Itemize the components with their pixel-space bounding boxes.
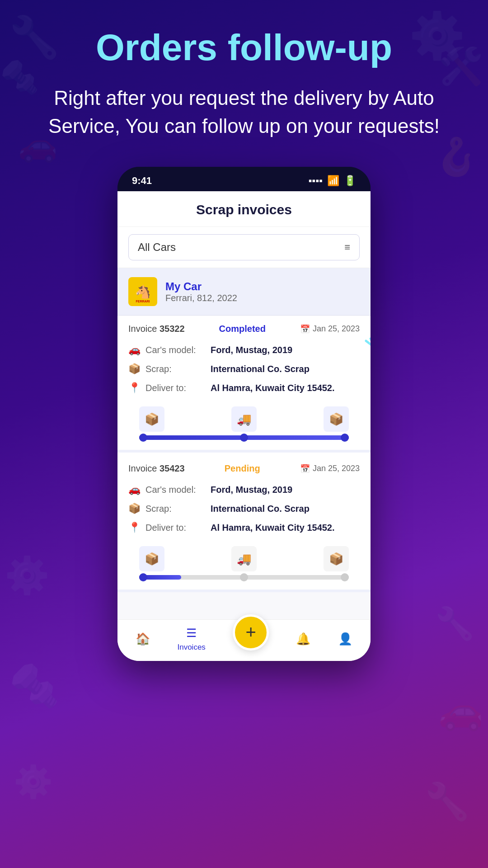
- invoice-deliver-1: Al Hamra, Kuwait City 15452.: [211, 383, 335, 393]
- invoice-deliver-2: Al Hamra, Kuwait City 15452.: [211, 523, 335, 533]
- invoice-car-model-2: Ford, Mustag, 2019: [211, 485, 292, 495]
- progress-bar-1: [139, 435, 349, 440]
- scrap-icon-1: 📦: [128, 363, 139, 375]
- nav-invoices-label: Invoices: [177, 643, 205, 652]
- car-logo: 🐴 FERRARI: [128, 277, 157, 306]
- page-subtitle: Right after you request the delivery by …: [0, 84, 488, 140]
- dot-2-end: [341, 573, 349, 581]
- invoice-status-1: Completed: [219, 324, 266, 334]
- invoice-card-1: Invoice 35322 Completed 📅 Jan 25, 2023 🚗…: [117, 316, 371, 453]
- page-content: Orders follow-up Right after you request…: [0, 0, 488, 661]
- add-icon: +: [245, 622, 256, 642]
- invoice-number-2: Invoice 35423: [128, 463, 185, 474]
- progress-box-icon-1: 📦: [139, 406, 164, 432]
- status-time: 9:41: [132, 175, 152, 187]
- progress-truck-icon-1: 🚚: [231, 406, 257, 432]
- progress-tracker-2: 📦 🚚 📦: [128, 537, 360, 590]
- invoice-row-deliver-1: 📍 Deliver to: Al Hamra, Kuwait City 1545…: [128, 378, 360, 397]
- nav-profile[interactable]: 👤: [338, 632, 352, 646]
- filter-label: All Cars: [138, 241, 176, 254]
- filter-bar: All Cars ≡: [117, 227, 371, 268]
- progress-icons-1: 📦 🚚 📦: [139, 406, 349, 432]
- home-icon: 🏠: [136, 632, 150, 646]
- invoice-row-deliver-2: 📍 Deliver to: Al Hamra, Kuwait City 1545…: [128, 518, 360, 537]
- nav-add-button[interactable]: +: [233, 614, 269, 651]
- invoice-scrap-2: International Co. Scrap: [211, 504, 310, 514]
- page-title: Orders follow-up: [69, 27, 419, 68]
- arrow-svg: [348, 266, 371, 357]
- app-header-title: Scrap invoices: [196, 202, 292, 217]
- app-header: Scrap invoices: [117, 191, 371, 227]
- location-icon-2: 📍: [128, 522, 139, 533]
- invoice-number-1: Invoice 35322: [128, 324, 185, 334]
- ferrari-logo-svg: 🐴 FERRARI: [132, 279, 154, 304]
- invoice-card-2: Invoice 35423 Pending 📅 Jan 25, 2023 🚗 C…: [117, 455, 371, 592]
- invoice-date-2: 📅 Jan 25, 2023: [300, 464, 360, 474]
- profile-icon: 👤: [338, 632, 352, 646]
- car-model: Ferrari, 812, 2022: [165, 293, 237, 303]
- car-section: 🐴 FERRARI My Car Ferrari, 812, 2022: [117, 268, 371, 316]
- invoice-row-scrap-1: 📦 Scrap: International Co. Scrap: [128, 359, 360, 378]
- battery-icon: 🔋: [344, 175, 356, 187]
- phone-screen: Scrap invoices All Cars ≡ 🐴 FERRARI: [117, 191, 371, 661]
- invoice-scrap-1: International Co. Scrap: [211, 364, 310, 374]
- progress-truck-icon-2: 🚚: [231, 546, 257, 571]
- status-bar: 9:41 ▪▪▪▪ 📶 🔋: [117, 167, 371, 191]
- invoice-header-1: Invoice 35322 Completed 📅 Jan 25, 2023: [128, 324, 360, 334]
- filter-icon: ≡: [344, 241, 350, 253]
- scrap-icon-2: 📦: [128, 503, 139, 514]
- progress-delivery-icon-1: 📦: [324, 406, 349, 432]
- dot-1-end: [341, 434, 349, 442]
- invoices-icon: ☰: [186, 626, 197, 640]
- location-icon-1: 📍: [128, 382, 139, 394]
- car-info: My Car Ferrari, 812, 2022: [165, 280, 237, 303]
- signal-icon: ▪▪▪▪: [309, 175, 323, 187]
- dot-1-mid: [240, 434, 248, 442]
- nav-invoices[interactable]: ☰ Invoices: [177, 626, 205, 652]
- status-icons: ▪▪▪▪ 📶 🔋: [309, 175, 356, 187]
- car-icon-1: 🚗: [128, 344, 139, 356]
- progress-tracker-1: 📦 🚚 📦: [128, 397, 360, 450]
- phone-mockup: 9:41 ▪▪▪▪ 📶 🔋 Scrap invoices All Cars ≡: [117, 167, 371, 661]
- invoice-row-scrap-2: 📦 Scrap: International Co. Scrap: [128, 499, 360, 518]
- bell-icon: 🔔: [296, 632, 310, 646]
- progress-delivery-icon-2: 📦: [324, 546, 349, 571]
- nav-home[interactable]: 🏠: [136, 632, 150, 646]
- arrow-annotation: [348, 266, 371, 357]
- progress-bar-2: [139, 575, 349, 580]
- dot-2-start: [139, 573, 147, 581]
- invoice-row-car-2: 🚗 Car's model: Ford, Mustag, 2019: [128, 480, 360, 499]
- bottom-nav: 🏠 ☰ Invoices + 🔔 👤: [117, 619, 371, 661]
- progress-box-icon-2: 📦: [139, 546, 164, 571]
- progress-icons-2: 📦 🚚 📦: [139, 546, 349, 571]
- invoice-header-2: Invoice 35423 Pending 📅 Jan 25, 2023: [128, 463, 360, 474]
- car-name: My Car: [165, 280, 237, 293]
- invoice-car-model-1: Ford, Mustag, 2019: [211, 345, 292, 355]
- wifi-icon: 📶: [327, 175, 339, 187]
- invoice-row-car-1: 🚗 Car's model: Ford, Mustag, 2019: [128, 340, 360, 359]
- invoice-status-2: Pending: [225, 463, 260, 474]
- filter-dropdown[interactable]: All Cars ≡: [128, 234, 360, 260]
- svg-text:🐴: 🐴: [135, 284, 151, 299]
- svg-text:FERRARI: FERRARI: [136, 300, 150, 303]
- dot-2-mid: [240, 573, 248, 581]
- dot-1-start: [139, 434, 147, 442]
- nav-notifications[interactable]: 🔔: [296, 632, 310, 646]
- car-icon-2: 🚗: [128, 484, 139, 495]
